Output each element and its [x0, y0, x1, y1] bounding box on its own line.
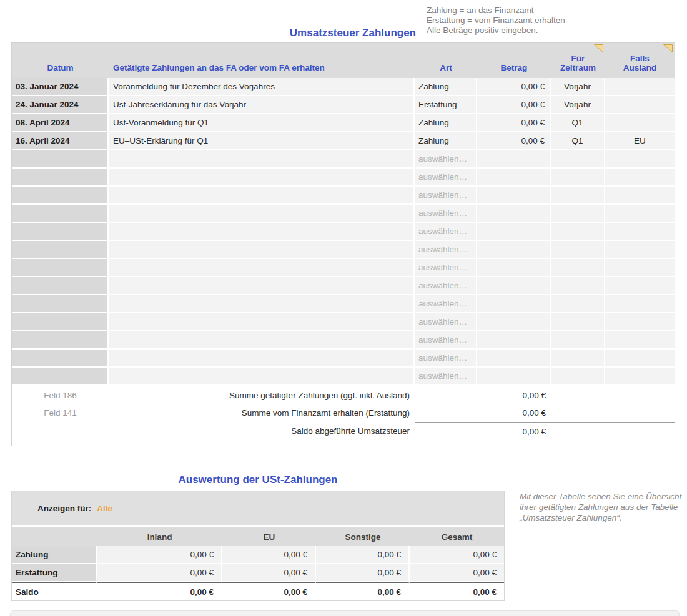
art-select-cell[interactable]: auswählen…: [415, 241, 477, 259]
datum-cell[interactable]: [12, 368, 109, 386]
beschreibung-cell[interactable]: EU–USt-Erklärung für Q1: [109, 132, 415, 150]
betrag-cell[interactable]: [477, 241, 551, 259]
betrag-cell[interactable]: [477, 313, 551, 331]
beschreibung-cell[interactable]: [109, 223, 415, 241]
zeitraum-cell[interactable]: [551, 169, 605, 187]
betrag-cell[interactable]: [477, 368, 551, 386]
beschreibung-cell[interactable]: [109, 187, 415, 205]
zeitraum-cell[interactable]: [551, 350, 605, 368]
datum-cell[interactable]: [12, 187, 109, 205]
ausland-cell[interactable]: [605, 331, 675, 350]
ausland-cell[interactable]: [605, 313, 675, 331]
datum-cell[interactable]: [12, 295, 109, 313]
ausland-cell[interactable]: [605, 241, 675, 259]
betrag-cell[interactable]: [477, 187, 551, 205]
zeitraum-cell[interactable]: [551, 313, 605, 331]
ausland-cell[interactable]: [605, 295, 675, 313]
art-select-cell[interactable]: auswählen…: [415, 331, 477, 350]
zeitraum-cell[interactable]: [551, 223, 605, 241]
filter-popup-button[interactable]: Alle: [97, 504, 112, 513]
datum-cell[interactable]: [12, 331, 109, 350]
beschreibung-cell[interactable]: [109, 313, 415, 331]
art-select-cell[interactable]: Zahlung: [415, 78, 477, 96]
datum-cell[interactable]: [12, 350, 109, 368]
zeitraum-cell[interactable]: Q1: [551, 114, 605, 132]
datum-cell[interactable]: [12, 205, 109, 223]
art-select-cell[interactable]: auswählen…: [415, 150, 477, 169]
ausland-cell[interactable]: [605, 259, 675, 277]
datum-cell[interactable]: [12, 313, 109, 331]
betrag-cell[interactable]: [477, 277, 551, 295]
datum-cell[interactable]: 03. Januar 2024: [12, 78, 109, 96]
art-select-cell[interactable]: Erstattung: [415, 96, 477, 114]
ausland-cell[interactable]: [605, 114, 675, 132]
betrag-cell[interactable]: [477, 295, 551, 313]
datum-cell[interactable]: [12, 150, 109, 169]
beschreibung-cell[interactable]: Voranmeldung für Dezember des Vorjahres: [109, 78, 415, 96]
zeitraum-cell[interactable]: [551, 331, 605, 350]
zeitraum-cell[interactable]: [551, 277, 605, 295]
art-select-cell[interactable]: Zahlung: [415, 114, 477, 132]
ausland-cell[interactable]: [605, 205, 675, 223]
datum-cell[interactable]: 24. Januar 2024: [12, 96, 109, 114]
betrag-cell[interactable]: [477, 350, 551, 368]
zeitraum-cell[interactable]: [551, 205, 605, 223]
betrag-cell[interactable]: 0,00 €: [477, 78, 551, 96]
zeitraum-cell[interactable]: [551, 241, 605, 259]
beschreibung-cell[interactable]: [109, 295, 415, 313]
zeitraum-cell[interactable]: [551, 368, 605, 386]
datum-cell[interactable]: [12, 241, 109, 259]
art-select-cell[interactable]: auswählen…: [415, 223, 477, 241]
art-select-cell[interactable]: auswählen…: [415, 259, 477, 277]
datum-cell[interactable]: [12, 259, 109, 277]
art-select-cell[interactable]: auswählen…: [415, 187, 477, 205]
beschreibung-cell[interactable]: [109, 241, 415, 259]
art-select-cell[interactable]: auswählen…: [415, 313, 477, 331]
art-select-cell[interactable]: auswählen…: [415, 277, 477, 295]
betrag-cell[interactable]: [477, 169, 551, 187]
ausland-cell[interactable]: [605, 78, 675, 96]
datum-cell[interactable]: 08. April 2024: [12, 114, 109, 132]
ausland-cell[interactable]: [605, 150, 675, 169]
betrag-cell[interactable]: 0,00 €: [477, 114, 551, 132]
datum-cell[interactable]: 16. April 2024: [12, 132, 109, 150]
datum-cell[interactable]: [12, 169, 109, 187]
art-select-cell[interactable]: auswählen…: [415, 169, 477, 187]
betrag-cell[interactable]: [477, 223, 551, 241]
ausland-cell[interactable]: [605, 187, 675, 205]
zeitraum-cell[interactable]: [551, 259, 605, 277]
betrag-cell[interactable]: [477, 205, 551, 223]
zeitraum-cell[interactable]: Vorjahr: [551, 96, 605, 114]
betrag-cell[interactable]: [477, 331, 551, 350]
beschreibung-cell[interactable]: Ust-Jahreserklärung für das Vorjahr: [109, 96, 415, 114]
art-select-cell[interactable]: auswählen…: [415, 295, 477, 313]
datum-cell[interactable]: [12, 277, 109, 295]
zeitraum-cell[interactable]: [551, 150, 605, 169]
beschreibung-cell[interactable]: [109, 350, 415, 368]
art-select-cell[interactable]: auswählen…: [415, 205, 477, 223]
beschreibung-cell[interactable]: [109, 169, 415, 187]
ausland-cell[interactable]: [605, 368, 675, 386]
ausland-cell[interactable]: [605, 96, 675, 114]
zeitraum-cell[interactable]: Vorjahr: [551, 78, 605, 96]
betrag-cell[interactable]: [477, 259, 551, 277]
art-select-cell[interactable]: Zahlung: [415, 132, 477, 150]
beschreibung-cell[interactable]: [109, 205, 415, 223]
betrag-cell[interactable]: 0,00 €: [477, 96, 551, 114]
ausland-cell[interactable]: [605, 350, 675, 368]
beschreibung-cell[interactable]: [109, 150, 415, 169]
zeitraum-cell[interactable]: [551, 187, 605, 205]
beschreibung-cell[interactable]: [109, 331, 415, 350]
datum-cell[interactable]: [12, 223, 109, 241]
ausland-cell[interactable]: EU: [605, 132, 675, 150]
beschreibung-cell[interactable]: [109, 277, 415, 295]
betrag-cell[interactable]: [477, 150, 551, 169]
ausland-cell[interactable]: [605, 223, 675, 241]
betrag-cell[interactable]: 0,00 €: [477, 132, 551, 150]
beschreibung-cell[interactable]: [109, 259, 415, 277]
zeitraum-cell[interactable]: Q1: [551, 132, 605, 150]
ausland-cell[interactable]: [605, 277, 675, 295]
beschreibung-cell[interactable]: [109, 368, 415, 386]
ausland-cell[interactable]: [605, 169, 675, 187]
art-select-cell[interactable]: auswählen…: [415, 350, 477, 368]
